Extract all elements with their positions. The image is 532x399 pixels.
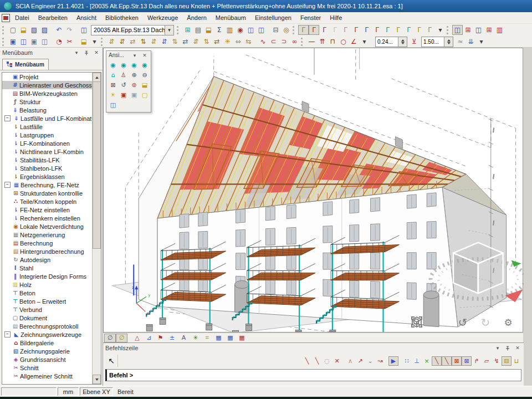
- tree-item[interactable]: ◈Grundrissansicht: [2, 355, 93, 364]
- paperclip-icon[interactable]: ▥: [224, 25, 235, 35]
- rotate-view-icon[interactable]: ↺: [456, 316, 469, 329]
- zoom-out-icon[interactable]: ⊖: [140, 70, 150, 80]
- table-results-icon[interactable]: ◫: [245, 25, 256, 35]
- camera-icon[interactable]: ▣: [119, 90, 129, 100]
- snap-delete[interactable]: ✕: [332, 356, 342, 366]
- tree-item[interactable]: ⇓Belastung: [2, 106, 93, 114]
- table-input-icon[interactable]: ◫: [256, 25, 267, 35]
- snap-grid[interactable]: ∷: [402, 356, 412, 366]
- new-icon[interactable]: ▢: [8, 25, 18, 35]
- default-view-icon[interactable]: ⌂: [108, 70, 118, 80]
- subregion-icon[interactable]: ⇄: [180, 37, 191, 47]
- tree-item[interactable]: ▤Hintergrundberechnung: [2, 247, 93, 255]
- print-icon[interactable]: ⊟: [270, 25, 281, 35]
- menu-hilfe[interactable]: Hilfe: [325, 13, 346, 22]
- tree-item[interactable]: ▦Netzgenerierung: [2, 231, 93, 239]
- tree-item[interactable]: ⊞Strukturdaten kontrollie: [2, 189, 93, 197]
- snap-angle[interactable]: ∧: [345, 356, 355, 366]
- tree-item[interactable]: ⌂Bildergalerie: [2, 339, 93, 347]
- draw-caret[interactable]: ▾: [359, 37, 370, 47]
- column-check-4[interactable]: ⊞: [484, 25, 494, 35]
- scale-one-ten-icon[interactable]: ⇊: [466, 37, 476, 47]
- trim-icon[interactable]: ✂: [64, 37, 75, 47]
- toolbar-grip[interactable]: [2, 26, 6, 34]
- tree-item[interactable]: ↻Autodesign: [2, 255, 93, 264]
- document-icon[interactable]: Σ: [214, 25, 224, 35]
- beam-tool-11[interactable]: Γ: [403, 25, 414, 35]
- wireframe-icon[interactable]: ∅: [104, 334, 116, 342]
- report-icon[interactable]: ▤: [193, 25, 203, 35]
- tree-item[interactable]: ⇂Stabilitäts-LFK: [2, 156, 93, 164]
- internal-node-icon[interactable]: ⇵: [191, 37, 201, 47]
- view-axo-icon[interactable]: ◉: [140, 60, 150, 70]
- tree-item[interactable]: −◣Zeichnungswerkzeuge: [2, 330, 93, 339]
- snap-endpoint[interactable]: ╲: [432, 356, 442, 366]
- view-y-icon[interactable]: ◉: [119, 60, 129, 70]
- toolbar-grip[interactable]: [177, 26, 180, 34]
- curve-link-4[interactable]: ∞: [289, 37, 300, 47]
- opening-icon[interactable]: ⇅: [170, 37, 180, 47]
- calculator-icon[interactable]: ⊞: [182, 25, 193, 35]
- snap-bisector[interactable]: ↯: [492, 356, 502, 366]
- local-axes-icon[interactable]: ⌗: [201, 334, 213, 342]
- cmd-dropdown-icon[interactable]: ▾: [494, 345, 502, 352]
- column-check-2[interactable]: ⊞: [463, 25, 473, 35]
- tree-item[interactable]: ✂Schnitt: [2, 364, 93, 372]
- snap-ortho[interactable]: ↱: [472, 356, 482, 366]
- snap-dim[interactable]: ⊟: [502, 356, 511, 366]
- snap-node[interactable]: ⊠: [462, 356, 472, 366]
- loads-display-icon[interactable]: ✳: [190, 334, 201, 342]
- tree-item[interactable]: IStahl: [2, 264, 93, 272]
- visibility-icon[interactable]: ◔: [54, 37, 64, 47]
- mesh-display-icon[interactable]: ▦: [224, 334, 236, 342]
- snap-midpoint[interactable]: ╲: [442, 356, 452, 366]
- view-z-icon[interactable]: ◉: [129, 60, 139, 70]
- beam-tool-7[interactable]: Γ: [361, 25, 372, 35]
- tree-item[interactable]: ▢Dokument: [2, 314, 93, 322]
- beam-tool-9[interactable]: Γ: [382, 25, 393, 35]
- tree-item[interactable]: ◉Lokale Netzverdichtung: [2, 222, 93, 231]
- curve-link-3[interactable]: ⊃: [279, 37, 289, 47]
- scroll-thumb[interactable]: [93, 81, 101, 249]
- grid-display-icon[interactable]: ▦: [213, 334, 224, 342]
- tree-item[interactable]: ∴Teile/Knoten koppeln: [2, 197, 93, 206]
- model-display-icon[interactable]: △: [131, 334, 143, 342]
- tree-item[interactable]: ▧Zeichnungsgalerie: [2, 347, 93, 355]
- clipping-box-icon[interactable]: ▢: [140, 90, 150, 100]
- beam-tool-3[interactable]: Γ: [319, 25, 330, 35]
- snap-cross[interactable]: ⊠: [452, 356, 462, 366]
- tree-item[interactable]: −⇓Lastfälle und LF-Kombinat: [2, 114, 93, 122]
- menu-ansicht[interactable]: Ansicht: [72, 13, 101, 22]
- saved-views-icon[interactable]: ⬓: [140, 80, 150, 90]
- tab-menubaum[interactable]: Menübaum: [2, 59, 49, 70]
- beam-tool-10[interactable]: Γ: [393, 25, 403, 35]
- rib-icon[interactable]: ⇵: [149, 37, 159, 47]
- draw-line-icon[interactable]: —: [306, 37, 317, 47]
- roof-slope-icon[interactable]: ≈: [455, 37, 466, 47]
- gallery-icon[interactable]: ⬓: [203, 25, 214, 35]
- palette-dropdown-icon[interactable]: ▾: [131, 52, 139, 59]
- menu-bearbeiten[interactable]: Bearbeiten: [34, 13, 72, 22]
- beam-tool-5[interactable]: Γ: [340, 25, 351, 35]
- star-node-icon[interactable]: ✳: [222, 37, 233, 47]
- thickness-spin[interactable]: 0.24...: [375, 37, 407, 47]
- menu-ändern[interactable]: Ändern: [182, 13, 211, 22]
- beam-tool-13[interactable]: Γ: [424, 25, 435, 35]
- tree-item[interactable]: ‖Integrierte Design Forms: [2, 272, 93, 280]
- panel-dropdown-icon[interactable]: ▾: [73, 49, 80, 57]
- scale-spin[interactable]: 1.50...: [421, 37, 453, 47]
- tree-item[interactable]: −▦Berechnung, FE-Netz: [2, 181, 93, 189]
- tree-item[interactable]: ⇂Rechenkern einstellen: [2, 214, 93, 222]
- tree-item[interactable]: ▥Holz: [2, 280, 93, 289]
- curve-link-1[interactable]: ∿: [258, 37, 268, 47]
- snap-tangent[interactable]: ▱: [482, 356, 492, 366]
- menu-fenster[interactable]: Fenster: [296, 13, 325, 22]
- tree-item[interactable]: ▤Berechnungsprotokoll: [2, 322, 93, 330]
- menu-datei[interactable]: Datei: [11, 13, 34, 22]
- shaded-icon[interactable]: ∅: [116, 334, 127, 342]
- move-icon[interactable]: ▣: [29, 37, 39, 47]
- perspective-icon[interactable]: ◫: [108, 100, 118, 110]
- numbering-icon[interactable]: ±: [166, 334, 178, 342]
- model-viewport[interactable]: z y x: [103, 48, 523, 332]
- beam-tool-6[interactable]: Γ: [351, 25, 361, 35]
